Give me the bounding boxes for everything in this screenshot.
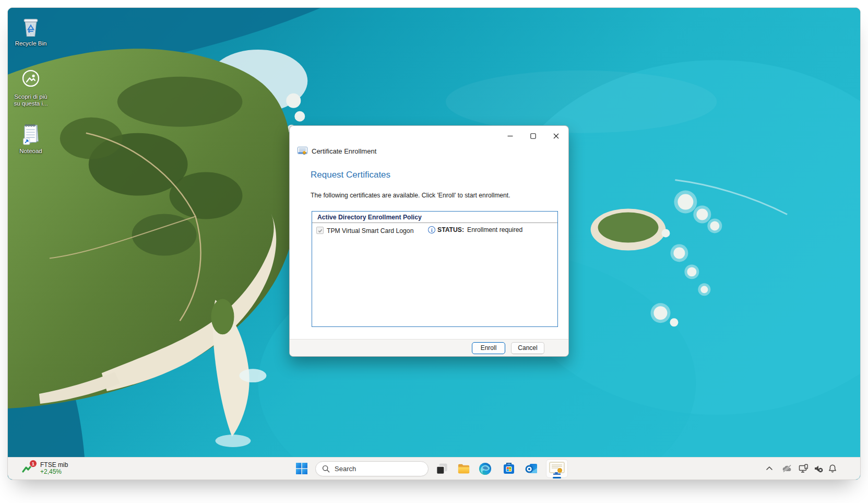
enroll-button[interactable]: Enroll [472, 342, 505, 354]
page-title: Request Certificates [311, 170, 390, 180]
outlook-button[interactable] [521, 459, 541, 478]
windows-logo-icon [295, 462, 308, 475]
window-caption-buttons [498, 128, 567, 144]
info-icon: i [427, 226, 436, 234]
desktop-screenshot-frame: Recycle Bin Scopri di più su questa i...… [7, 7, 861, 480]
desktop-icon-learn-more[interactable]: Scopri di più su questa i... [10, 69, 52, 107]
minimize-button[interactable] [498, 128, 521, 144]
widgets-button[interactable]: 1 FTSE mib +2,45% [21, 458, 68, 479]
policy-checkbox [316, 227, 324, 234]
desktop-icon-notepad[interactable]: Noteoad [10, 122, 52, 155]
policy-group-header: Active Directory Enrollment Policy [312, 212, 557, 223]
maximize-button[interactable] [521, 128, 544, 144]
widget-change: +2,45% [40, 469, 68, 475]
outlook-icon [525, 462, 538, 475]
onedrive-offline-icon [782, 464, 792, 473]
edge-icon [478, 462, 492, 476]
search-icon [322, 465, 330, 473]
certificate-name: TPM Virtual Smart Card Logon [327, 227, 413, 235]
running-app-indicator [553, 477, 561, 478]
microsoft-store-icon [502, 462, 516, 475]
photo-info-icon [22, 69, 40, 87]
cast-display-icon [799, 464, 808, 473]
volume-muted-button[interactable] [811, 461, 826, 476]
certificate-icon [298, 147, 307, 155]
task-view-button[interactable] [432, 459, 451, 478]
desktop-icon-label: Recycle Bin [15, 40, 47, 47]
file-explorer-icon [457, 462, 471, 476]
status-value: Enrollment required [467, 226, 522, 233]
taskbar: 1 FTSE mib +2,45% Search [8, 457, 860, 479]
onedrive-offline-button[interactable] [779, 461, 795, 476]
cancel-button[interactable]: Cancel [511, 342, 544, 354]
certificate-row[interactable]: TPM Virtual Smart Card Logon i STATUS: E… [312, 225, 557, 237]
dialog-app-title: Certificate Enrollment [298, 147, 376, 155]
volume-muted-icon [814, 464, 823, 473]
notepad-icon [20, 122, 42, 146]
desktop-icon-recycle-bin[interactable]: Recycle Bin [10, 16, 52, 47]
status-label: STATUS: [437, 226, 464, 233]
notification-bell-icon [828, 464, 837, 473]
dialog-footer: Enroll Cancel [290, 339, 568, 356]
desktop-icon-label: Noteoad [19, 148, 42, 155]
certificate-app-icon [549, 462, 565, 475]
tray-expand-button[interactable] [762, 461, 777, 476]
minimize-icon [507, 133, 513, 139]
maximize-icon [530, 133, 536, 139]
microsoft-store-button[interactable] [499, 459, 519, 478]
close-icon [553, 133, 559, 139]
desktop-icon-label: Scopri di più su questa i... [14, 93, 47, 107]
recycle-bin-icon [20, 16, 41, 38]
certificate-list: Active Directory Enrollment Policy TPM V… [312, 211, 558, 327]
dialog-title: Certificate Enrollment [312, 147, 376, 155]
status-group: i STATUS: Enrollment required [428, 226, 522, 233]
edge-button[interactable] [475, 459, 495, 478]
certificate-enrollment-dialog: Certificate Enrollment Request Certifica… [289, 125, 569, 357]
instruction-text: The following certificates are available… [311, 192, 510, 199]
start-button[interactable] [292, 459, 312, 478]
notifications-button[interactable] [825, 461, 840, 476]
checkmark-icon [317, 228, 323, 233]
file-explorer-button[interactable] [454, 459, 473, 478]
task-view-icon [435, 462, 448, 475]
search-box[interactable]: Search [315, 461, 429, 476]
cast-display-button[interactable] [795, 461, 811, 476]
widget-badge: 1 [29, 460, 37, 467]
chevron-up-icon [765, 464, 774, 473]
certificate-enrollment-app-button[interactable] [546, 459, 568, 478]
search-placeholder: Search [335, 465, 356, 473]
close-button[interactable] [544, 128, 567, 144]
